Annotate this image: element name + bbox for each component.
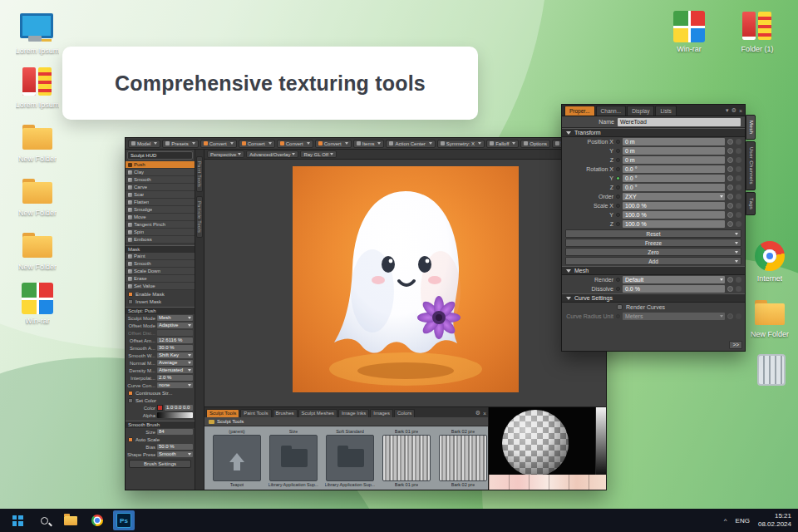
channel-row[interactable]: Y 100.0 %: [562, 210, 745, 219]
checkbox-row[interactable]: Continuous Str...: [126, 389, 195, 397]
desktop-icon[interactable]: New Folder: [10, 174, 65, 218]
dropdown-icon[interactable]: ▾: [726, 107, 729, 114]
sculpt-tool[interactable]: Move: [126, 214, 195, 221]
property-value[interactable]: Shift Key: [157, 352, 193, 358]
toolbar-button[interactable]: Items: [353, 140, 385, 148]
mini-dial-icon[interactable]: [727, 221, 733, 227]
channel-row[interactable]: Rotation X 0.0 °: [562, 165, 745, 174]
sculpt-tool[interactable]: Smooth: [126, 176, 195, 184]
toolbar-button[interactable]: Convert: [239, 140, 275, 148]
taskbar-search-button[interactable]: [33, 510, 55, 530]
checkbox-row[interactable]: Enable Mask: [126, 290, 195, 298]
mini-dial-icon[interactable]: [727, 166, 733, 172]
alpha-gradient[interactable]: [157, 412, 193, 418]
property-value[interactable]: Adaptive: [157, 323, 193, 328]
keyframe-dot[interactable]: [616, 278, 620, 282]
preset-breadcrumb[interactable]: Sculpt Tools: [204, 417, 488, 426]
channel-row[interactable]: Y 0.0 °: [562, 174, 745, 183]
property-value[interactable]: 2.0 %: [157, 375, 193, 381]
desktop-icon[interactable]: New Folder: [10, 228, 65, 272]
preset-preview[interactable]: [326, 435, 374, 481]
mini-dial-icon[interactable]: [727, 212, 733, 218]
sculpt-tool[interactable]: Flatten: [126, 199, 195, 206]
keyframe-dot[interactable]: [616, 222, 620, 226]
channel-row[interactable]: Y 0 m: [562, 146, 745, 155]
preset-preview[interactable]: [439, 435, 487, 481]
desktop-icon[interactable]: New Folder: [742, 295, 797, 339]
channel-row[interactable]: Dissolve 0.0 %: [562, 284, 745, 293]
taskbar-chrome-button[interactable]: [86, 510, 108, 530]
channel-row[interactable]: Z 100.0 %: [562, 219, 745, 229]
preset-thumbnail[interactable]: Bark 01 pre Bark 01 pre: [381, 428, 432, 488]
preset-tab[interactable]: Brushes: [273, 409, 298, 417]
keyframe-dot[interactable]: [616, 149, 620, 153]
mask-tool[interactable]: Set Value: [126, 283, 195, 290]
channel-value[interactable]: 0.0 °: [623, 175, 725, 182]
curve-settings-header[interactable]: Curve Settings: [562, 293, 745, 303]
properties-tab[interactable]: Display: [627, 106, 654, 116]
mini-dial-icon[interactable]: [727, 157, 733, 163]
keyframe-dot[interactable]: [616, 204, 620, 208]
taskbar-photoshop-button[interactable]: Ps: [113, 510, 135, 530]
sculpt-property-row[interactable]: Normal M... Average: [126, 359, 195, 367]
viewport-button[interactable]: Advanced/Overlay: [246, 150, 298, 158]
render-curves-row[interactable]: Render Curves: [562, 303, 745, 312]
desktop-icon[interactable]: New Folder: [10, 120, 65, 164]
side-vertical-tab[interactable]: Mesh: [746, 115, 756, 140]
close-icon[interactable]: ×: [483, 411, 486, 416]
side-vertical-tab[interactable]: User Channels: [746, 141, 756, 190]
sculpt-tool[interactable]: Spin: [126, 229, 195, 236]
channel-value[interactable]: 0 m: [623, 147, 725, 155]
desktop-icon[interactable]: Win-rar: [662, 10, 717, 54]
keyframe-dot[interactable]: [616, 213, 620, 217]
desktop-icon[interactable]: Win-rar: [10, 282, 65, 326]
mini-dial-icon[interactable]: [727, 203, 733, 209]
toolbar-button[interactable]: Presets: [162, 140, 198, 148]
checkbox-icon[interactable]: [128, 437, 133, 442]
checkbox-icon[interactable]: [128, 391, 133, 396]
viewport-button[interactable]: Perspective: [207, 150, 244, 158]
sculpt-property-row[interactable]: Offset Dist...: [126, 329, 195, 337]
toolbar-button[interactable]: Convert: [277, 140, 313, 148]
toolbar-button[interactable]: Convert: [200, 140, 237, 148]
channel-row[interactable]: Render Default: [562, 275, 745, 284]
desktop-icon[interactable]: Folder (1): [730, 10, 785, 54]
property-value[interactable]: 12.6116 %: [157, 337, 193, 343]
desktop-icon[interactable]: Internet: [742, 239, 797, 283]
vertical-tab[interactable]: Paint Tools: [196, 156, 203, 192]
toolbar-button[interactable]: Options: [520, 140, 550, 148]
clock[interactable]: 15:21 08.02.2024: [758, 512, 791, 528]
3d-viewport[interactable]: [204, 160, 606, 406]
desktop-icon[interactable]: Lorem Ipsum: [10, 12, 65, 56]
sculpt-hud-header[interactable]: Sculpt HUD: [127, 151, 193, 160]
sculpt-property-row[interactable]: Sculpt Mode Mesh: [126, 314, 195, 322]
mask-tool[interactable]: Smooth: [126, 260, 195, 268]
preset-thumbnail[interactable]: (parent) Teapot: [211, 428, 263, 488]
desktop-icon[interactable]: Lorem Ipsum: [10, 66, 65, 110]
channel-value[interactable]: 0.0 °: [623, 184, 725, 191]
property-value[interactable]: none: [157, 382, 193, 388]
transform-action-button[interactable]: Add: [565, 257, 741, 265]
checkbox-icon[interactable]: [128, 398, 133, 403]
preset-preview[interactable]: [382, 435, 431, 481]
keyframe-dot[interactable]: [616, 176, 620, 180]
preset-thumbnail[interactable]: Size Library Application Sup...: [268, 428, 319, 488]
toolbar-button[interactable]: Convert: [315, 140, 352, 148]
checkbox-icon[interactable]: [617, 304, 623, 310]
channel-value[interactable]: ZXY: [623, 193, 725, 200]
sculpt-property-row[interactable]: Offset Am... 12.6116 %: [126, 337, 195, 344]
checkbox-row[interactable]: Set Color: [126, 397, 195, 404]
property-value[interactable]: [157, 330, 193, 336]
preset-tab[interactable]: Colors: [394, 409, 415, 417]
keyframe-dot[interactable]: [616, 287, 620, 291]
channel-value[interactable]: 100.0 %: [623, 211, 725, 219]
sculpt-property-row[interactable]: Interpolat... 2.0 %: [126, 374, 195, 382]
property-value[interactable]: Smooth: [157, 451, 193, 457]
sculpt-tool[interactable]: Scar: [126, 191, 195, 199]
brush-size-row[interactable]: Size 84: [126, 428, 195, 436]
checkbox-icon[interactable]: [128, 292, 133, 297]
side-vertical-tab[interactable]: Tags: [746, 192, 756, 215]
preset-tab[interactable]: Images: [370, 409, 393, 417]
expand-panel-button[interactable]: >>: [729, 341, 742, 349]
sculpt-tool[interactable]: Clay: [126, 169, 195, 176]
